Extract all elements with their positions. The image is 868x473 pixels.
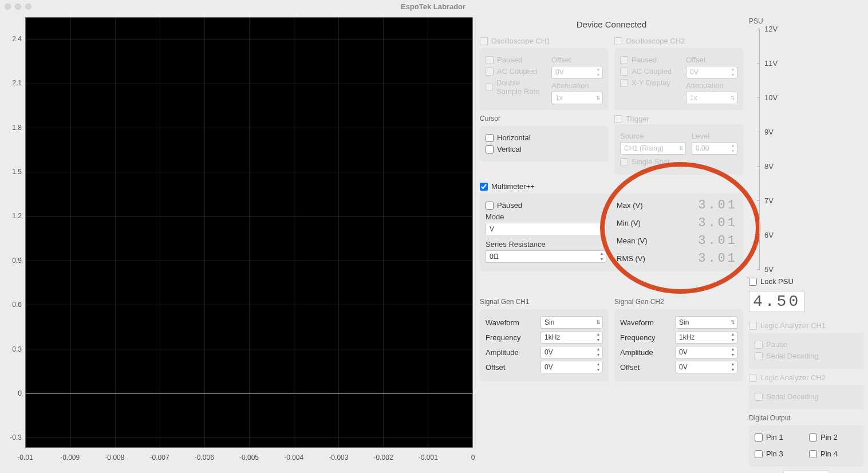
oscilloscope-plot-area: 2.4 2.1 1.8 1.5 1.2 0.9 0.6 0.3 0 -0.3 -… <box>0 13 473 473</box>
trigger-panel: Source ⇅ Single Shot Level ▲▼ <box>614 124 743 175</box>
psu-slider[interactable]: 12V 11V 10V 9V 8V 7V 6V 5V <box>759 29 863 269</box>
min-value: 3.01 <box>668 216 737 230</box>
rms-value: 3.01 <box>668 251 737 266</box>
la1-enable-checkbox[interactable]: Logic Analyzer CH1 <box>749 321 863 330</box>
minimize-icon[interactable] <box>15 3 21 10</box>
device-status: Device Connected <box>480 17 743 29</box>
chevron-down-icon: ⇅ <box>731 320 735 325</box>
sg2-freq-input[interactable] <box>675 331 737 344</box>
titlebar: EspoTek Labrador <box>0 0 868 13</box>
la2-panel: Serial Decoding <box>749 385 863 409</box>
cursor-title: Cursor <box>480 115 609 123</box>
ch1-enable-checkbox[interactable]: Oscilloscope CH1 <box>480 37 609 45</box>
psu-value: 4.50 <box>749 291 804 312</box>
max-value: 3.01 <box>668 198 737 212</box>
min-label: Min (V) <box>617 219 662 227</box>
sg1-freq-input[interactable] <box>540 331 603 344</box>
pin1-checkbox[interactable]: Pin 1 <box>755 433 803 442</box>
chevron-down-icon: ⇅ <box>679 145 684 151</box>
pin2-checkbox[interactable]: Pin 2 <box>809 433 858 442</box>
max-label: Max (V) <box>617 201 662 210</box>
mean-value: 3.01 <box>668 234 737 248</box>
la1-serial-checkbox[interactable]: Serial Decoding <box>755 352 858 360</box>
ch2-xy-checkbox[interactable]: X-Y Display <box>620 78 680 87</box>
chevron-down-icon: ▼ <box>729 148 737 154</box>
chevron-up-icon: ▲ <box>594 66 602 72</box>
chevron-up-icon: ▲ <box>729 66 737 72</box>
window-controls <box>5 3 31 10</box>
pin3-checkbox[interactable]: Pin 3 <box>755 450 803 458</box>
window-title: EspoTek Labrador <box>31 2 835 11</box>
sg1-panel: Waveform⇅ Frequency▲▼ Amplitude▲▼ Offset… <box>480 309 609 381</box>
chevron-down-icon: ⇅ <box>596 320 601 325</box>
lock-psu-checkbox[interactable]: Lock PSU <box>749 277 863 286</box>
sg2-title: Signal Gen CH2 <box>614 298 743 306</box>
mean-label: Mean (V) <box>617 236 662 245</box>
multimeter-panel: Paused Mode ⇅ Series Resistance ▲▼ Max (… <box>480 194 743 271</box>
sg1-waveform-select[interactable] <box>540 316 603 329</box>
ch1-double-checkbox[interactable]: Double Sample Rate <box>486 78 546 96</box>
multimeter-enable-checkbox[interactable]: Multimeter++ <box>480 182 743 191</box>
sg2-waveform-select[interactable] <box>675 316 737 329</box>
chevron-up-icon: ▲ <box>598 251 606 257</box>
la2-serial-checkbox[interactable]: Serial Decoding <box>755 392 858 401</box>
digout-panel: Pin 1 Pin 2 Pin 3 Pin 4 <box>749 425 863 467</box>
ch2-panel: Paused AC Coupled X-Y Display Offset ▲▼ … <box>614 48 743 110</box>
close-icon[interactable] <box>5 3 11 10</box>
la1-pause-checkbox[interactable]: Pause <box>755 340 858 349</box>
zoom-icon[interactable] <box>25 3 31 10</box>
ch2-enable-checkbox[interactable]: Oscilloscope CH2 <box>614 37 743 45</box>
ch2-atten-select[interactable] <box>686 92 737 104</box>
chevron-down-icon: ▼ <box>729 72 737 78</box>
sg1-off-input[interactable] <box>540 361 603 373</box>
ch2-paused-checkbox[interactable]: Paused <box>620 56 680 64</box>
sg1-title: Signal Gen CH1 <box>480 298 609 306</box>
sg2-amp-input[interactable] <box>675 346 737 358</box>
ch1-panel: Paused AC Coupled Double Sample Rate Off… <box>480 48 609 110</box>
chevron-up-icon: ▲ <box>729 143 737 148</box>
chevron-down-icon: ▼ <box>594 72 602 78</box>
rms-label: RMS (V) <box>617 254 662 263</box>
sg1-amp-input[interactable] <box>540 346 603 358</box>
multimeter-paused-checkbox[interactable]: Paused <box>486 201 606 210</box>
multimeter-mode-select[interactable] <box>486 223 606 235</box>
sg2-panel: Waveform⇅ Frequency▲▼ Amplitude▲▼ Offset… <box>614 309 743 381</box>
digout-title: Digital Output <box>749 414 863 422</box>
trigger-single-checkbox[interactable]: Single Shot <box>620 157 686 166</box>
chevron-down-icon: ⇅ <box>596 95 601 101</box>
pin4-checkbox[interactable]: Pin 4 <box>809 450 858 458</box>
trigger-source-select[interactable] <box>620 142 686 155</box>
ch1-paused-checkbox[interactable]: Paused <box>486 56 546 64</box>
ch1-atten-select[interactable] <box>551 92 603 104</box>
chevron-down-icon: ⇅ <box>599 226 604 232</box>
sg2-off-input[interactable] <box>675 361 737 373</box>
la2-enable-checkbox[interactable]: Logic Analyzer CH2 <box>749 373 863 382</box>
ch1-ac-checkbox[interactable]: AC Coupled <box>486 67 546 76</box>
cursor-horizontal-checkbox[interactable]: Horizontal <box>486 133 603 142</box>
la1-panel: Pause Serial Decoding <box>749 333 863 369</box>
chevron-down-icon: ▼ <box>598 257 606 262</box>
multimeter-series-input[interactable] <box>486 250 606 263</box>
ch2-ac-checkbox[interactable]: AC Coupled <box>620 67 680 76</box>
y-axis-labels: 2.4 2.1 1.8 1.5 1.2 0.9 0.6 0.3 0 -0.3 <box>5 17 24 448</box>
chevron-down-icon: ⇅ <box>731 95 735 101</box>
trigger-enable-checkbox[interactable]: Trigger <box>614 115 743 123</box>
cursor-vertical-checkbox[interactable]: Vertical <box>486 145 603 153</box>
x-axis-labels: -0.01 -0.009 -0.008 -0.007 -0.006 -0.005… <box>25 454 473 463</box>
digout-slider[interactable] <box>783 470 829 473</box>
cursor-panel: Horizontal Vertical <box>480 126 609 162</box>
scope-canvas[interactable] <box>25 17 473 448</box>
